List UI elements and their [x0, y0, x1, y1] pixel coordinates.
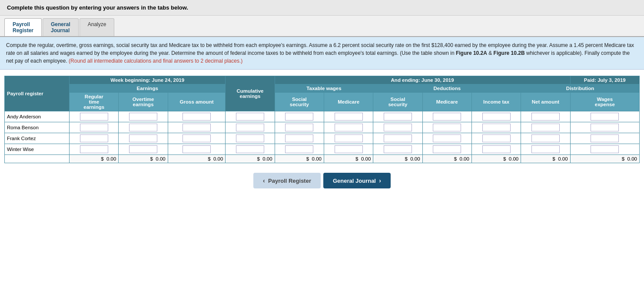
input-cell[interactable] [70, 122, 119, 133]
input-cell[interactable] [373, 144, 422, 155]
gross-input-winter[interactable] [183, 145, 211, 153]
ss-ded-input-winter[interactable] [384, 145, 412, 153]
input-cell[interactable] [570, 144, 639, 155]
totals-row: $ 0.00 $ 0.00 $ 0.00 $ 0.00 $ 0.00 $ 0.0… [5, 155, 640, 163]
employee-name: Roma Benson [5, 122, 70, 133]
col-net-amount: Net amount [521, 93, 570, 111]
med-tw-input-winter[interactable] [335, 145, 363, 153]
input-cell[interactable] [70, 133, 119, 144]
net-input-roma[interactable] [531, 124, 560, 131]
cumulative-input-roma[interactable] [236, 124, 264, 131]
input-cell[interactable] [521, 133, 570, 144]
input-cell[interactable] [119, 133, 168, 144]
cumulative-input-frank[interactable] [236, 134, 264, 142]
input-cell[interactable] [168, 122, 226, 133]
gross-input-roma[interactable] [183, 124, 211, 131]
input-cell[interactable] [226, 122, 275, 133]
med-tw-input-frank[interactable] [335, 134, 363, 142]
wages-input-roma[interactable] [591, 124, 619, 131]
cumulative-input-andy[interactable] [236, 113, 264, 121]
prev-button[interactable]: ‹ Payroll Register [253, 173, 321, 188]
income-tax-input-winter[interactable] [482, 145, 511, 153]
net-input-andy[interactable] [531, 113, 560, 121]
col-paid: Paid: July 3, 2019 [570, 76, 639, 84]
ss-tw-input-frank[interactable] [285, 134, 313, 142]
total-net: $ 0.00 [521, 155, 570, 163]
regular-input-frank[interactable] [80, 134, 108, 142]
input-cell[interactable] [119, 144, 168, 155]
input-cell[interactable] [570, 111, 639, 122]
overtime-input-frank[interactable] [129, 134, 157, 142]
income-tax-input-andy[interactable] [482, 113, 511, 121]
gross-input-andy[interactable] [183, 113, 211, 121]
input-cell[interactable] [275, 122, 324, 133]
input-cell[interactable] [70, 144, 119, 155]
ss-ded-input-frank[interactable] [384, 134, 412, 142]
overtime-input-winter[interactable] [129, 145, 157, 153]
input-cell[interactable] [70, 111, 119, 122]
input-cell[interactable] [422, 133, 471, 144]
tab-payroll-register[interactable]: Payroll Register [4, 18, 42, 36]
input-cell[interactable] [324, 133, 373, 144]
input-cell[interactable] [324, 111, 373, 122]
input-cell[interactable] [275, 111, 324, 122]
income-tax-input-frank[interactable] [482, 134, 511, 142]
input-cell[interactable] [226, 133, 275, 144]
med-tw-input-andy[interactable] [335, 113, 363, 121]
input-cell[interactable] [471, 122, 521, 133]
input-cell[interactable] [168, 111, 226, 122]
wages-input-winter[interactable] [591, 145, 619, 153]
input-cell[interactable] [373, 111, 422, 122]
input-cell[interactable] [471, 144, 521, 155]
next-button[interactable]: General Journal › [323, 173, 391, 188]
input-cell[interactable] [471, 133, 521, 144]
overtime-input-roma[interactable] [129, 124, 157, 131]
net-input-frank[interactable] [531, 134, 560, 142]
ss-tw-input-roma[interactable] [285, 124, 313, 131]
input-cell[interactable] [471, 111, 521, 122]
med-ded-input-frank[interactable] [433, 134, 461, 142]
input-cell[interactable] [275, 133, 324, 144]
regular-input-andy[interactable] [80, 113, 108, 121]
input-cell[interactable] [168, 133, 226, 144]
med-ded-input-andy[interactable] [433, 113, 461, 121]
input-cell[interactable] [275, 144, 324, 155]
input-cell[interactable] [226, 144, 275, 155]
input-cell[interactable] [324, 144, 373, 155]
input-cell[interactable] [168, 144, 226, 155]
input-cell[interactable] [521, 111, 570, 122]
input-cell[interactable] [324, 122, 373, 133]
med-ded-input-roma[interactable] [433, 124, 461, 131]
input-cell[interactable] [422, 122, 471, 133]
regular-input-winter[interactable] [80, 145, 108, 153]
overtime-input-andy[interactable] [129, 113, 157, 121]
regular-input-roma[interactable] [80, 124, 108, 131]
input-cell[interactable] [521, 122, 570, 133]
input-cell[interactable] [373, 122, 422, 133]
cumulative-input-winter[interactable] [236, 145, 264, 153]
ss-tw-input-andy[interactable] [285, 113, 313, 121]
input-cell[interactable] [226, 111, 275, 122]
input-cell[interactable] [422, 111, 471, 122]
input-cell[interactable] [422, 144, 471, 155]
gross-input-frank[interactable] [183, 134, 211, 142]
input-cell[interactable] [119, 111, 168, 122]
med-ded-input-winter[interactable] [433, 145, 461, 153]
total-med-tw: $ 0.00 [324, 155, 373, 163]
net-input-winter[interactable] [531, 145, 560, 153]
ss-ded-input-andy[interactable] [384, 113, 412, 121]
wages-input-andy[interactable] [591, 113, 619, 121]
med-tw-input-roma[interactable] [335, 124, 363, 131]
input-cell[interactable] [373, 133, 422, 144]
input-cell[interactable] [119, 122, 168, 133]
ss-tw-input-winter[interactable] [285, 145, 313, 153]
input-cell[interactable] [570, 122, 639, 133]
totals-label [5, 155, 70, 163]
tab-general-journal[interactable]: General Journal [43, 18, 79, 36]
wages-input-frank[interactable] [591, 134, 619, 142]
tab-analyze[interactable]: Analyze [80, 18, 115, 36]
input-cell[interactable] [521, 144, 570, 155]
input-cell[interactable] [570, 133, 639, 144]
ss-ded-input-roma[interactable] [384, 124, 412, 131]
income-tax-input-roma[interactable] [482, 124, 511, 131]
